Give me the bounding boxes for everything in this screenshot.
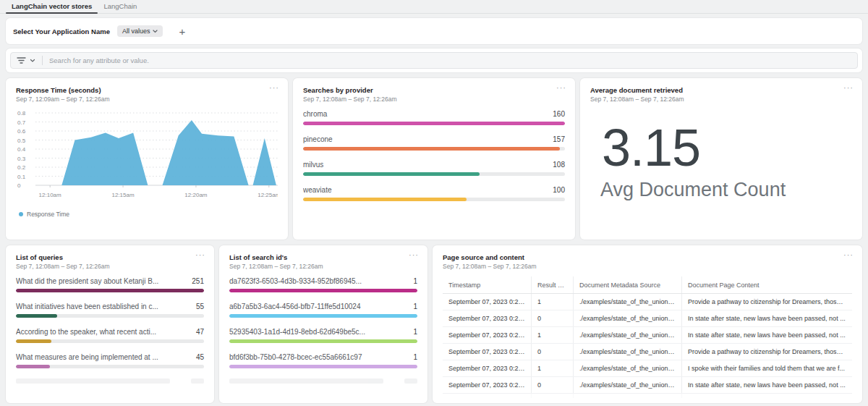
list-item[interactable]: pinecone157	[303, 135, 565, 151]
list-item-bar-fill	[229, 339, 417, 343]
search-id-bar-list: da7623f3-6503-4d3b-9334-952bf86945...1a6…	[229, 277, 417, 384]
legend-label: Response Time	[27, 211, 69, 218]
x-axis-tick-label: 12:25am	[258, 192, 278, 198]
panel-title: List of search id's	[229, 253, 417, 261]
column-header-result-rank[interactable]: Result Rank	[531, 276, 573, 293]
table-cell: ./examples/state_of_the_union.txt	[573, 310, 681, 326]
list-item[interactable]: milvus108	[303, 161, 565, 176]
list-item-header: What did the president say about Ketanji…	[16, 277, 204, 285]
panel-menu-icon[interactable]: ···	[409, 251, 419, 259]
table-row[interactable]: September 07, 2023 0:25:231./examples/st…	[443, 294, 852, 310]
tab-langchain[interactable]: LangChain	[98, 0, 142, 13]
panel-menu-icon[interactable]: ···	[556, 84, 566, 92]
table-cell: 0	[531, 310, 573, 326]
table-cell: September 07, 2023 0:25:22	[443, 327, 531, 343]
table-row[interactable]: September 07, 2023 0:25:210./examples/st…	[443, 377, 852, 394]
list-item-value: 251	[192, 277, 204, 285]
query-value-caption: Avg Document Count	[600, 179, 852, 201]
panel-menu-icon[interactable]: ···	[269, 84, 279, 92]
list-item-header	[229, 378, 417, 384]
list-item-bar	[303, 198, 565, 201]
panel-response-time: Response Time (seconds) Sep 7, 12:09am –…	[6, 78, 288, 240]
panel-timerange: Sep 7, 12:08am – Sep 7, 12:26am	[229, 263, 417, 270]
page-source-table: TimestampResult RankDocument Metadata So…	[443, 276, 852, 398]
table-row[interactable]: September 07, 2023 0:25:221./examples/st…	[443, 327, 852, 344]
panel-timerange: Sep 7, 12:09am – Sep 7, 12:26am	[16, 96, 278, 103]
list-item-label: pinecone	[303, 135, 339, 143]
table-row[interactable]: September 07, 2023 0:25:211./examples/st…	[443, 360, 852, 377]
list-item-bar-fill	[303, 172, 480, 176]
y-axis-tick-label: 0.8	[17, 110, 26, 117]
list-item-bar	[229, 314, 417, 318]
clipped-cell-placeholder	[573, 394, 681, 398]
list-item-bar	[16, 365, 204, 368]
list-item[interactable]: bfd6f3bb-75b0-4278-bcec-ec55a6661c971	[229, 353, 417, 368]
table-cell: ./examples/state_of_the_union.txt	[573, 294, 681, 310]
list-item-bar	[303, 172, 565, 176]
list-item[interactable]: What measures are being implemented at .…	[16, 353, 204, 368]
table-cell: 0	[531, 377, 573, 393]
x-axis-tick-label: 12:20am	[184, 192, 207, 198]
table-cell: 0	[531, 344, 573, 360]
search-bar[interactable]	[10, 52, 858, 69]
y-axis-tick-label: 0.3	[17, 156, 26, 162]
table-cell: ./examples/state_of_the_union.txt	[573, 360, 681, 376]
list-item-bar-fill	[16, 339, 51, 343]
list-item-label: What did the president say about Ketanji…	[16, 277, 164, 285]
list-item[interactable]: da7623f3-6503-4d3b-9334-952bf86945...1	[229, 277, 417, 292]
y-axis-tick-label: 0.2	[17, 164, 26, 171]
chevron-down-icon[interactable]	[30, 59, 35, 63]
table-cell: In state after state, new laws have been…	[681, 310, 852, 326]
list-item-label: 52935403-1a1d-4d19-8ebd-62d649be5c...	[229, 328, 371, 336]
table-cell: September 07, 2023 0:25:21	[443, 377, 531, 393]
list-item-bar	[229, 289, 417, 292]
list-item-bar-fill	[229, 314, 417, 318]
table-cell: I spoke with their families and told the…	[681, 360, 852, 376]
list-item-bar	[229, 365, 417, 368]
list-item-label: bfd6f3bb-75b0-4278-bcec-ec55a6661c97	[229, 353, 367, 361]
list-item-label: milvus	[303, 161, 329, 169]
provider-bar-list: chroma160pinecone157milvus108weaviate100	[303, 110, 565, 201]
column-header-document-page-content[interactable]: Document Page Content	[681, 276, 852, 293]
add-variable-button[interactable]: +	[179, 26, 185, 37]
table-row[interactable]: September 07, 2023 0:25:220./examples/st…	[443, 344, 852, 360]
list-item[interactable]: What did the president say about Ketanji…	[16, 277, 204, 292]
application-name-select[interactable]: All values	[117, 25, 163, 37]
tab-langchain-vector-stores[interactable]: LangChain vector stores	[6, 0, 98, 13]
panel-menu-icon[interactable]: ···	[195, 251, 205, 259]
panel-list-of-queries: List of queries Sep 7, 12:08am – Sep 7, …	[6, 245, 214, 403]
list-item[interactable]: What initiatives have been established i…	[16, 303, 204, 318]
list-item-label: da7623f3-6503-4d3b-9334-952bf86945...	[229, 277, 367, 285]
clipped-cell-placeholder	[443, 394, 531, 398]
list-item[interactable]: a6b7a5b3-6ac4-456d-bfb7-11ffe5d100241	[229, 303, 417, 318]
search-input[interactable]	[49, 56, 851, 64]
column-header-document-metadata-source[interactable]: Document Metadata Source	[573, 276, 681, 293]
list-item-value: 1	[413, 353, 417, 361]
list-item-header: da7623f3-6503-4d3b-9334-952bf86945...1	[229, 277, 417, 285]
table-row[interactable]: September 07, 2023 0:25:230./examples/st…	[443, 310, 852, 327]
list-item-header: milvus108	[303, 161, 565, 169]
panel-menu-icon[interactable]: ···	[843, 84, 854, 92]
y-axis-tick-label: 0.6	[17, 128, 26, 135]
clipped-cell-placeholder	[681, 394, 852, 398]
panel-menu-icon[interactable]: ···	[843, 251, 854, 259]
table-cell: September 07, 2023 0:25:22	[443, 344, 531, 360]
column-header-timestamp[interactable]: Timestamp	[443, 276, 531, 293]
table-cell: In state after state, new laws have been…	[681, 377, 852, 393]
panel-average-document-retrieved: Average document retrieved Sep 7, 12:08a…	[580, 78, 862, 240]
x-axis-tick-label: 12:10am	[39, 192, 61, 198]
list-item-bar	[16, 339, 204, 343]
list-item[interactable]: weaviate100	[303, 186, 565, 201]
list-item-label: weaviate	[303, 186, 337, 194]
list-item-bar-fill	[16, 314, 57, 318]
chart-legend[interactable]: Response Time	[16, 211, 278, 218]
list-item[interactable]: 52935403-1a1d-4d19-8ebd-62d649be5c...1	[229, 328, 417, 343]
y-axis-tick-label: 0.5	[17, 138, 26, 144]
list-item-header: a6b7a5b3-6ac4-456d-bfb7-11ffe5d100241	[229, 303, 417, 310]
list-item-value: 47	[196, 328, 204, 336]
list-item[interactable]: chroma160	[303, 110, 565, 125]
list-item-bar-fill	[229, 289, 417, 292]
response-time-chart[interactable]: 00.10.20.30.40.50.60.70.812:10am12:15am1…	[16, 109, 278, 209]
list-item[interactable]: According to the speaker, what recent ac…	[16, 328, 204, 343]
table-row-clipped	[443, 394, 852, 398]
